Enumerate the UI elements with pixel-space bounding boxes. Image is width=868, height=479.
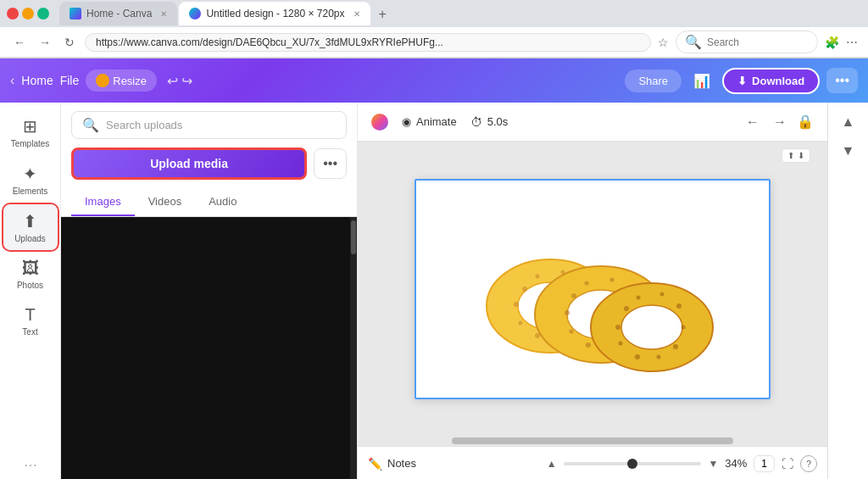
sidebar-item-photos[interactable]: 🖼 Photos (3, 252, 58, 297)
timeline-next-button[interactable]: ▼ (708, 458, 718, 470)
app-home-button[interactable]: Home (21, 74, 53, 87)
zoom-controls: 34% 1 ⛶ ? (725, 455, 817, 472)
browser-menu-icon[interactable]: ⋯ (846, 36, 858, 49)
search-uploads-input[interactable] (106, 119, 336, 131)
tab-videos[interactable]: Videos (135, 188, 196, 216)
sidebar-item-uploads[interactable]: ⬆ Uploads (3, 204, 58, 250)
svg-point-25 (621, 305, 682, 349)
svg-point-11 (514, 302, 519, 307)
design-tab-title: Untitled design - 1280 × 720px (206, 8, 344, 19)
upload-panel: 🔍 Upload media ••• Images Videos Audio ‹ (61, 103, 358, 479)
resize-button[interactable]: Resize (86, 70, 157, 92)
svg-point-35 (615, 325, 620, 330)
bottom-bar: ✏️ Notes ▲ ▼ 34% 1 ⛶ ? (358, 446, 827, 479)
extensions-icon[interactable]: 🧩 (825, 36, 839, 49)
svg-point-26 (624, 306, 629, 311)
refresh-button[interactable]: ↻ (61, 34, 78, 51)
more-options-button[interactable]: ••• (826, 68, 858, 93)
tab-audio[interactable]: Audio (195, 188, 250, 216)
address-bar: ← → ↻ ☆ 🔍 🧩 ⋯ (0, 27, 868, 58)
right-scroll-down[interactable]: ▼ (837, 138, 860, 164)
title-bar: Home - Canva ✕ Untitled design - 1280 × … (0, 0, 868, 27)
sidebar-item-photos-label: Photos (17, 281, 43, 290)
app-file-button[interactable]: File (60, 74, 80, 87)
animate-button[interactable]: ◉ Animate (402, 115, 457, 128)
photos-icon: 🖼 (22, 259, 39, 278)
sidebar-item-text-label: Text (22, 327, 37, 337)
search-icon: 🔍 (685, 34, 702, 50)
new-tab-button[interactable]: + (372, 3, 393, 25)
resize-icon (96, 74, 109, 87)
svg-point-10 (519, 320, 523, 325)
right-scroll-up[interactable]: ▲ (837, 109, 860, 135)
help-button[interactable]: ? (800, 455, 817, 472)
download-button[interactable]: ⬇ Download (722, 68, 820, 94)
svg-point-3 (536, 274, 540, 278)
page-number-button[interactable]: 1 (754, 455, 775, 472)
prev-frame-button[interactable]: ← (743, 111, 763, 133)
panel-scrollbar[interactable] (350, 217, 357, 479)
panel-content (61, 217, 357, 479)
browser-tab-design[interactable]: Untitled design - 1280 × 720px ✕ (179, 2, 370, 25)
tab-images[interactable]: Images (71, 188, 135, 216)
share-button[interactable]: Share (625, 70, 682, 92)
svg-point-31 (673, 344, 678, 349)
zoom-level: 34% (725, 457, 747, 470)
upload-media-button[interactable]: Upload media (71, 148, 307, 180)
window-maximize-button[interactable] (37, 8, 49, 19)
analytics-button[interactable]: 📊 (688, 68, 715, 94)
notes-label[interactable]: Notes (387, 457, 416, 470)
app-bar: ‹ Home File Resize ↩ ↪ Share 📊 ⬇ Downloa… (0, 58, 868, 103)
svg-point-16 (610, 277, 615, 281)
download-label: Download (752, 75, 804, 87)
main-area: ⊞ Templates ✦ Elements ⬆ Uploads 🖼 Photo… (0, 103, 868, 479)
fullscreen-button[interactable]: ⛶ (782, 457, 793, 471)
canvas-scroll-top[interactable]: ⬆ ⬇ (782, 148, 810, 163)
lock-button[interactable]: 🔒 (797, 114, 814, 130)
canvas-hscroll[interactable] (358, 436, 827, 446)
address-input[interactable] (85, 33, 651, 52)
window-controls (7, 8, 49, 19)
svg-point-30 (682, 325, 686, 329)
bookmark-icon[interactable]: ☆ (658, 36, 669, 49)
duration-button[interactable]: ⏱ 5.0s (470, 115, 509, 129)
right-panel: ▲ ▼ (827, 103, 868, 479)
panel-tabs: Images Videos Audio (61, 188, 357, 217)
browser-actions: ☆ 🔍 🧩 ⋯ (658, 31, 858, 53)
next-frame-button[interactable]: → (770, 111, 790, 133)
design-tab-close[interactable]: ✕ (353, 9, 360, 19)
design-canvas[interactable] (415, 179, 771, 399)
timeline-bar: ▲ ▼ (547, 458, 719, 470)
back-button[interactable]: ← (10, 34, 29, 51)
upload-more-button[interactable]: ••• (314, 148, 347, 179)
browser-chrome: Home - Canva ✕ Untitled design - 1280 × … (0, 0, 868, 58)
redo-button[interactable]: ↪ (181, 73, 192, 89)
sidebar-item-elements[interactable]: ✦ Elements (3, 157, 58, 203)
sidebar-item-templates[interactable]: ⊞ Templates (3, 109, 58, 155)
app-back-button[interactable]: ‹ (10, 73, 14, 88)
color-picker[interactable] (371, 114, 388, 131)
design-tab-favicon (189, 8, 201, 19)
canvas-area: ◉ Animate ⏱ 5.0s ← → 🔒 ⬆ ⬇ (358, 103, 827, 479)
timeline-prev-button[interactable]: ▲ (547, 458, 557, 470)
home-tab-close[interactable]: ✕ (160, 9, 167, 19)
svg-point-34 (619, 341, 623, 345)
undo-button[interactable]: ↩ (167, 73, 178, 89)
window-close-button[interactable] (7, 8, 19, 19)
forward-button[interactable]: → (36, 34, 54, 51)
svg-point-28 (660, 292, 665, 296)
browser-tab-home[interactable]: Home - Canva ✕ (59, 2, 177, 25)
canvas-toolbar: ◉ Animate ⏱ 5.0s ← → 🔒 (358, 103, 827, 142)
panel-scrollbar-thumb (351, 220, 356, 254)
sidebar-item-templates-label: Templates (11, 139, 50, 148)
toolbar-right: ← → 🔒 (743, 111, 814, 133)
undo-redo-group: ↩ ↪ (167, 73, 192, 89)
resize-label: Resize (113, 75, 147, 87)
sidebar-item-text[interactable]: T Text (3, 298, 58, 343)
duration-label: 5.0s (487, 115, 509, 128)
scroll-up-icon: ⬆ (787, 151, 794, 160)
timeline-track[interactable] (564, 462, 702, 465)
canvas-viewport: ⬆ ⬇ (358, 142, 827, 436)
window-minimize-button[interactable] (22, 8, 34, 19)
browser-search-input[interactable] (707, 36, 809, 48)
